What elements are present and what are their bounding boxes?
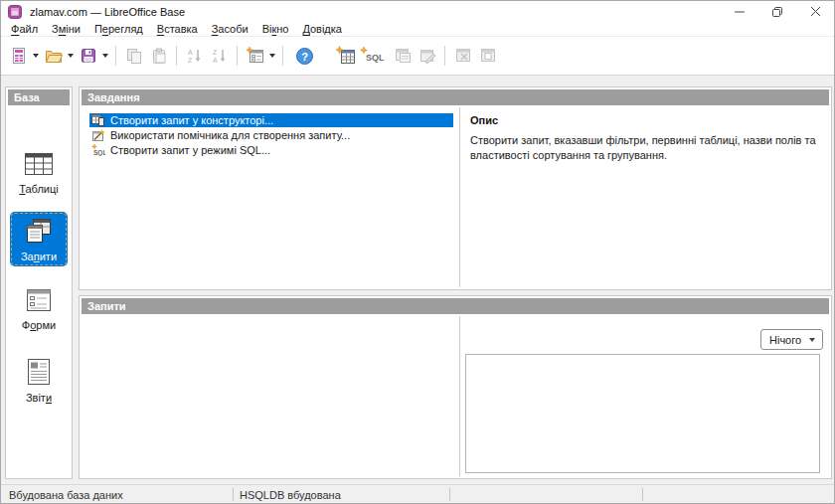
delete-button [450, 44, 475, 69]
sidebar-item-label: Звіти [26, 392, 52, 404]
restore-button[interactable] [758, 1, 796, 22]
chevron-down-icon [809, 338, 815, 342]
sidebar-item-reports[interactable]: Звіти [10, 352, 68, 408]
new-database-button[interactable] [6, 44, 31, 69]
sidebar-item-label: Запити [21, 251, 57, 262]
description-title: Опис [470, 114, 817, 126]
svg-text:?: ? [301, 50, 308, 62]
app-icon [8, 5, 22, 19]
toolbar-separator [444, 46, 445, 66]
new-database-dropdown-arrow[interactable] [31, 44, 41, 69]
task-label: Використати помічника для створення запи… [110, 129, 350, 141]
query-wizard-icon [91, 129, 104, 141]
sidebar-item-label: Таблиці [19, 183, 58, 195]
close-icon [811, 7, 820, 16]
close-button[interactable] [796, 1, 834, 22]
statusbar-separator [449, 488, 450, 501]
statusbar-separator [233, 488, 234, 501]
open-button[interactable] [41, 44, 66, 69]
toolbar-separator [176, 46, 177, 66]
queries-list-area[interactable] [82, 316, 459, 476]
toolbar-separator [237, 46, 238, 66]
paste-button [146, 44, 171, 69]
minimize-button[interactable] [721, 1, 758, 22]
help-icon: ? [295, 47, 314, 66]
sidebar-item-queries[interactable]: Запити [10, 212, 68, 266]
database-panel-header: База даних [8, 89, 70, 105]
task-label: Створити запит у конструкторі... [110, 114, 273, 126]
toolbar: AZ ZA ? SQL [1, 37, 834, 76]
new-query-design-icon [335, 46, 357, 66]
svg-text:Z: Z [188, 57, 193, 64]
queries-icon [24, 218, 54, 245]
preview-box [465, 354, 820, 473]
sort-ascending-button: AZ [182, 44, 207, 69]
svg-text:SQL: SQL [366, 53, 385, 63]
task-create-query-sql[interactable]: SQL Створити запит у режимі SQL... [89, 143, 453, 157]
reports-icon [26, 358, 52, 386]
window-title: zlamav.com — LibreOffice Base [30, 6, 185, 18]
menu-window[interactable]: Вікно [255, 22, 296, 36]
form-window-icon [246, 46, 265, 66]
database-panel: База даних Таблиці Запити Форми Звіти [5, 86, 73, 479]
sort-descending-button: ZA [207, 44, 232, 69]
menu-view[interactable]: Перегляд [87, 22, 150, 36]
query-sql-task-icon: SQL [91, 144, 105, 156]
menu-help[interactable]: Довідка [295, 22, 348, 36]
copy-button [121, 44, 146, 69]
open-dropdown-arrow[interactable] [66, 44, 76, 69]
status-bar: Вбудована база даних HSQLDB вбудована [1, 484, 834, 504]
description-text: Створити запит, вказавши фільтри, первин… [470, 133, 817, 163]
svg-text:A: A [188, 49, 193, 56]
svg-text:Z: Z [213, 49, 218, 56]
form-button[interactable] [243, 44, 267, 69]
tasks-panel-header: Завдання [82, 89, 829, 105]
new-query-sql-button[interactable]: SQL [358, 44, 390, 69]
menu-insert[interactable]: Вставка [150, 22, 205, 36]
sidebar-item-forms[interactable]: Форми [10, 281, 68, 335]
sort-ascending-icon: AZ [186, 47, 204, 65]
new-query-sql-icon: SQL [359, 46, 389, 66]
help-button[interactable]: ? [292, 44, 317, 69]
sidebar-item-label: Форми [22, 319, 56, 331]
queries-preview-divider [459, 316, 460, 476]
svg-text:SQL: SQL [93, 149, 105, 157]
tasks-panel: Завдання Створити запит у конструкторі..… [79, 86, 832, 290]
queries-panel-body: Нічого [82, 316, 829, 476]
task-use-query-wizard[interactable]: Використати помічника для створення запи… [89, 128, 453, 142]
save-icon [80, 47, 97, 65]
menu-edit[interactable]: Зміни [45, 22, 87, 36]
menu-bar: Файл Зміни Перегляд Вставка Засоби Вікно… [1, 22, 834, 37]
tasks-panel-body: Створити запит у конструкторі... Викорис… [82, 107, 829, 287]
queries-panel: Запити Нічого [79, 295, 832, 479]
preview-mode-dropdown[interactable]: Нічого [760, 329, 823, 350]
task-create-query-design[interactable]: Створити запит у конструкторі... [89, 113, 453, 127]
minimize-icon [735, 7, 745, 17]
edit-button [415, 44, 439, 69]
open-database-object-icon [393, 46, 413, 66]
form-dropdown-arrow[interactable] [267, 44, 277, 69]
statusbar-database-type: Вбудована база даних [9, 489, 123, 501]
menu-tools[interactable]: Засоби [205, 22, 255, 36]
save-dropdown-arrow[interactable] [100, 44, 110, 69]
tables-icon [24, 151, 54, 177]
title-bar: zlamav.com — LibreOffice Base [1, 1, 834, 22]
copy-icon [125, 47, 143, 65]
sidebar-item-tables[interactable]: Таблиці [10, 145, 68, 199]
save-button[interactable] [76, 44, 100, 69]
task-description-pane: Опис Створити запит, вказавши фільтри, п… [460, 107, 829, 287]
libreoffice-base-window: zlamav.com — LibreOffice Base Файл Зміни… [0, 0, 835, 504]
restore-icon [772, 7, 782, 17]
open-folder-icon [44, 47, 64, 65]
tasks-list: Створити запит у конструкторі... Викорис… [82, 113, 457, 158]
delete-icon [453, 46, 473, 66]
svg-text:A: A [213, 57, 218, 64]
statusbar-separator [642, 488, 643, 501]
task-label: Створити запит у режимі SQL... [110, 144, 270, 156]
statusbar-engine: HSQLDB вбудована [240, 489, 341, 501]
menu-file[interactable]: Файл [4, 22, 45, 36]
open-database-object-button [390, 44, 415, 69]
new-query-design-button[interactable] [333, 44, 358, 69]
queries-panel-header: Запити [82, 298, 829, 314]
preview-mode-value: Нічого [769, 334, 801, 346]
